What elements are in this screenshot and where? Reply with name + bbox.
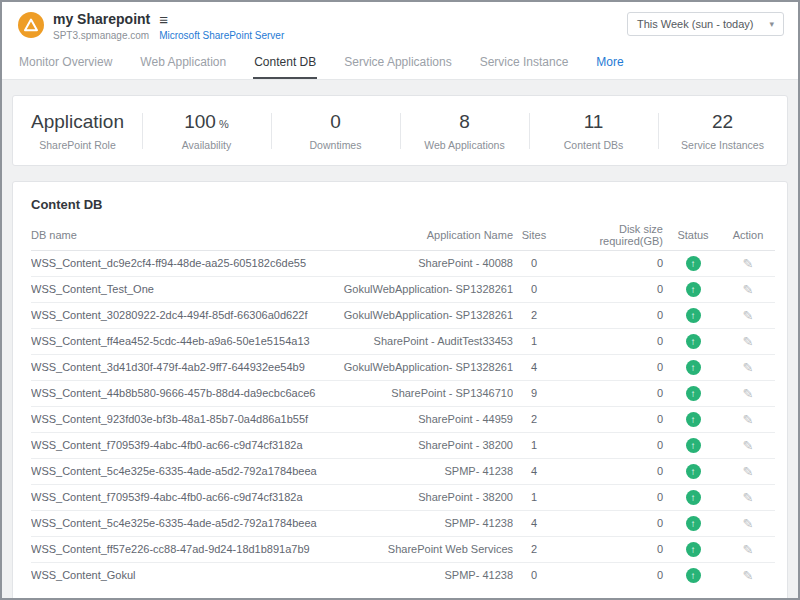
edit-pencil-icon[interactable]: ✎ [743, 412, 754, 427]
sites-cell: 4 [513, 458, 555, 484]
application-name-cell: SharePoint Web Services [333, 536, 513, 562]
time-range-value: This Week (sun - today) [637, 18, 754, 30]
disk-size-cell: 0 [555, 302, 665, 328]
table-row: WSS_Content_ff4ea452-5cdc-44eb-a9a6-50e1… [31, 328, 775, 354]
edit-pencil-icon[interactable]: ✎ [743, 282, 754, 297]
stat-content-dbs: 11Content DBs [529, 109, 658, 153]
table-row: WSS_Content_dc9e2cf4-ff94-48de-aa25-6051… [31, 250, 775, 276]
table-row: WSS_Content_f70953f9-4abc-4fb0-ac66-c9d7… [31, 432, 775, 458]
sites-cell: 0 [513, 250, 555, 276]
monitor-header: my Sharepoint ≡ SPT3.spmanage.com Micros… [2, 2, 798, 46]
status-up-icon: ↑ [686, 490, 701, 505]
application-name-cell: GokulWebApplication- SP1328261 [333, 276, 513, 302]
stat-service-instances: 22Service Instances [658, 109, 787, 153]
status-cell: ↑ [665, 250, 721, 276]
edit-pencil-icon[interactable]: ✎ [743, 256, 754, 271]
monitor-host: SPT3.spmanage.com [53, 30, 149, 41]
status-cell: ↑ [665, 458, 721, 484]
db-name-cell: WSS_Content_30280922-2dc4-494f-85df-6630… [31, 302, 333, 328]
stat-label: SharePoint Role [17, 139, 138, 151]
edit-pencil-icon[interactable]: ✎ [743, 490, 754, 505]
sites-cell: 1 [513, 328, 555, 354]
db-name-cell: WSS_Content_3d41d30f-479f-4ab2-9ff7-6449… [31, 354, 333, 380]
table-row: WSS_Content_3d41d30f-479f-4ab2-9ff7-6449… [31, 354, 775, 380]
stat-label: Web Applications [404, 139, 525, 151]
status-cell: ↑ [665, 536, 721, 562]
column-header-status: Status [665, 220, 721, 250]
action-cell: ✎ [721, 354, 775, 380]
application-name-cell: SharePoint - 38200 [333, 432, 513, 458]
status-up-icon: ↑ [686, 516, 701, 531]
edit-pencil-icon[interactable]: ✎ [743, 386, 754, 401]
status-up-icon: ↑ [686, 542, 701, 557]
stat-downtimes: 0Downtimes [271, 109, 400, 153]
stat-availability: 100 %Availability [142, 109, 271, 153]
tab-content-db[interactable]: Content DB [253, 46, 317, 79]
application-name-cell: GokulWebApplication- SP1328261 [333, 302, 513, 328]
stat-value: Application [17, 111, 138, 133]
warning-triangle-icon [18, 12, 44, 38]
app-window: my Sharepoint ≡ SPT3.spmanage.com Micros… [0, 0, 800, 600]
application-name-cell: SharePoint - 38200 [333, 484, 513, 510]
disk-size-cell: 0 [555, 432, 665, 458]
tab-more[interactable]: More [595, 46, 624, 79]
sites-cell: 2 [513, 302, 555, 328]
status-cell: ↑ [665, 276, 721, 302]
edit-pencil-icon[interactable]: ✎ [743, 516, 754, 531]
disk-size-cell: 0 [555, 380, 665, 406]
stat-web-applications: 8Web Applications [400, 109, 529, 153]
edit-pencil-icon[interactable]: ✎ [743, 568, 754, 583]
action-cell: ✎ [721, 562, 775, 588]
db-name-cell: WSS_Content_ff4ea452-5cdc-44eb-a9a6-50e1… [31, 328, 333, 354]
table-row: WSS_Content_5c4e325e-6335-4ade-a5d2-792a… [31, 510, 775, 536]
action-cell: ✎ [721, 250, 775, 276]
db-name-cell: WSS_Content_5c4e325e-6335-4ade-a5d2-792a… [31, 458, 333, 484]
sites-cell: 9 [513, 380, 555, 406]
status-cell: ↑ [665, 562, 721, 588]
time-range-select[interactable]: This Week (sun - today) ▾ [627, 12, 784, 36]
stat-value: 100 % [146, 111, 267, 133]
server-type-link[interactable]: Microsoft SharePoint Server [159, 30, 284, 41]
action-cell: ✎ [721, 380, 775, 406]
table-row: WSS_Content_GokulSPMP- 4123800↑✎ [31, 562, 775, 588]
monitor-identity: my Sharepoint ≡ SPT3.spmanage.com Micros… [18, 11, 284, 41]
edit-pencil-icon[interactable]: ✎ [743, 438, 754, 453]
edit-pencil-icon[interactable]: ✎ [743, 308, 754, 323]
status-up-icon: ↑ [686, 412, 701, 427]
status-cell: ↑ [665, 380, 721, 406]
edit-pencil-icon[interactable]: ✎ [743, 360, 754, 375]
column-header-action: Action [721, 220, 775, 250]
tab-web-application[interactable]: Web Application [139, 46, 227, 79]
content-db-table: DB nameApplication NameSitesDisk size re… [31, 220, 775, 588]
summary-card: ApplicationSharePoint Role100 %Availabil… [12, 95, 788, 166]
disk-size-cell: 0 [555, 458, 665, 484]
content-db-title: Content DB [31, 197, 769, 212]
tab-service-instance[interactable]: Service Instance [479, 46, 570, 79]
table-row: WSS_Content_5c4e325e-6335-4ade-a5d2-792a… [31, 458, 775, 484]
chevron-down-icon: ▾ [769, 19, 774, 29]
application-name-cell: SharePoint - 44959 [333, 406, 513, 432]
db-name-cell: WSS_Content_923fd03e-bf3b-48a1-85b7-0a4d… [31, 406, 333, 432]
tab-monitor-overview[interactable]: Monitor Overview [18, 46, 113, 79]
application-name-cell: SPMP- 41238 [333, 510, 513, 536]
action-cell: ✎ [721, 484, 775, 510]
action-cell: ✎ [721, 328, 775, 354]
action-cell: ✎ [721, 432, 775, 458]
edit-pencil-icon[interactable]: ✎ [743, 542, 754, 557]
sites-cell: 0 [513, 562, 555, 588]
hamburger-icon[interactable]: ≡ [159, 12, 168, 27]
content-area: ApplicationSharePoint Role100 %Availabil… [2, 80, 798, 598]
edit-pencil-icon[interactable]: ✎ [743, 334, 754, 349]
disk-size-cell: 0 [555, 328, 665, 354]
edit-pencil-icon[interactable]: ✎ [743, 464, 754, 479]
tab-service-applications[interactable]: Service Applications [343, 46, 452, 79]
disk-size-cell: 0 [555, 484, 665, 510]
db-name-cell: WSS_Content_Gokul [31, 562, 333, 588]
stat-value: 22 [662, 111, 783, 133]
table-header-row: DB nameApplication NameSitesDisk size re… [31, 220, 775, 250]
column-header-sites: Sites [513, 220, 555, 250]
sites-cell: 1 [513, 484, 555, 510]
sites-cell: 2 [513, 406, 555, 432]
disk-size-cell: 0 [555, 354, 665, 380]
db-name-cell: WSS_Content_44b8b580-9666-457b-88d4-da9e… [31, 380, 333, 406]
